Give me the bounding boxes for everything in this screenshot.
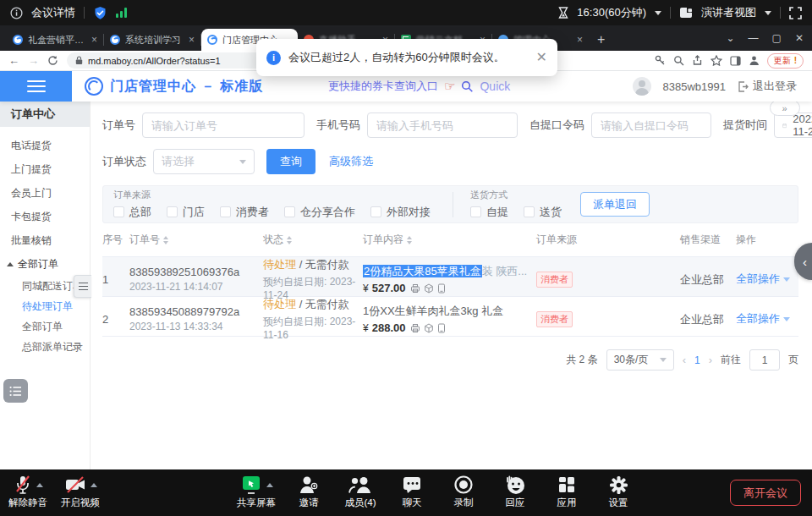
checkbox-source-store[interactable]: 门店 [167,205,205,220]
checkbox-delivery-ship[interactable]: 送货 [524,205,562,220]
tab-close-icon[interactable]: × [577,35,583,45]
reload-icon[interactable] [47,55,58,66]
sidebar-subitem-pending-orders[interactable]: 待处理订单 [0,296,90,316]
sidebar-item-batch-verify[interactable]: 批量核销 [0,228,90,252]
table-row[interactable]: 1 83859389251069376a 2023-11-21 14:14:07… [102,257,798,297]
phone-input[interactable] [367,113,518,138]
sort-icon[interactable] [287,236,292,244]
view-mode-label[interactable]: 演讲者视图 [701,5,756,20]
phone-icon[interactable] [437,323,446,333]
sidebar-group-all-orders[interactable]: 全部订单 [0,252,90,276]
phone-icon[interactable] [437,283,446,294]
fullscreen-icon[interactable] [789,7,802,19]
sidebar-item-member-visit[interactable]: 会员上门 [0,181,90,205]
record-button[interactable]: 录制 [445,475,482,509]
sidebar-item-door-pickup[interactable]: 上门提货 [0,157,90,181]
menu-toggle-button[interactable] [0,71,72,102]
sort-icon[interactable] [163,236,168,244]
print-icon[interactable] [410,323,420,333]
new-tab-button[interactable]: + [597,32,605,47]
side-panel-icon[interactable] [730,56,741,66]
browser-tab-1[interactable]: 礼盒营销平台管理中心 × [7,29,103,51]
checkbox-source-warehouse-share[interactable]: 仓分享合作 [284,205,355,220]
info-icon[interactable] [10,7,23,19]
quick-label[interactable]: Quick [480,80,510,93]
page-size-select[interactable]: 30条/页 [606,349,674,371]
collapse-filters-button[interactable]: » [770,100,800,116]
window-maximize-icon[interactable]: ▢ [772,32,782,44]
bookmark-star-icon[interactable] [710,55,722,66]
search-button[interactable]: 查询 [266,149,315,174]
table-row[interactable]: 2 83859345088979792a 2023-11-13 14:33:34… [102,297,798,337]
checkbox-source-hq[interactable]: 总部 [113,205,151,220]
print-icon[interactable] [410,283,420,294]
next-page-icon[interactable]: › [709,354,712,366]
pickup-date-range[interactable]: 2022-11-21 - 结束日期 [774,113,812,138]
tab-search-icon[interactable]: ⌄ [727,32,735,44]
mic-options-caret[interactable] [36,483,43,487]
tab-close-icon[interactable]: × [91,35,97,45]
view-dropdown-icon[interactable] [765,11,771,15]
network-signal-icon[interactable] [116,8,127,18]
user-avatar[interactable] [633,77,651,96]
start-video-button[interactable]: 开启视频 [61,475,100,509]
browser-update-button[interactable]: 更新! [767,53,804,69]
goto-page-input[interactable] [749,349,780,371]
lock-icon[interactable] [75,56,83,65]
password-key-icon[interactable] [655,55,666,66]
sidebar-subitem-hq-dispatch-log[interactable]: 总部派单记录 [0,337,90,357]
current-page[interactable]: 1 [694,354,700,366]
window-close-icon[interactable]: ✕ [795,32,804,44]
meeting-detail-label[interactable]: 会议详情 [31,5,75,20]
checkbox-source-consumer[interactable]: 消费者 [220,205,269,220]
col-content[interactable]: 订单内容 [363,233,536,247]
all-actions-dropdown[interactable]: 全部操作 [736,272,798,287]
sidebar-drag-handle[interactable] [74,275,91,298]
sidebar-item-phone-pickup[interactable]: 电话提货 [0,134,90,157]
col-order-no[interactable]: 订单号 [129,233,263,247]
logout-button[interactable]: 退出登录 [738,79,797,94]
tab-close-icon[interactable]: × [189,35,195,45]
invite-button[interactable]: 邀请 [290,475,327,509]
timer-dropdown-icon[interactable] [655,11,661,15]
share-screen-button[interactable]: 共享屏幕 [237,475,276,509]
apps-button[interactable]: 应用 [548,475,585,509]
toast-close-icon[interactable]: ✕ [536,51,547,64]
leave-meeting-button[interactable]: 离开会议 [730,480,801,506]
col-status[interactable]: 状态 [263,233,363,247]
browser-tab-2[interactable]: 系统培训学习 × [104,29,200,51]
quick-search-icon[interactable] [461,80,474,93]
profile-icon[interactable] [749,55,760,66]
share-options-caret[interactable] [266,483,273,487]
advanced-filter-link[interactable]: 高级筛选 [329,154,373,169]
sort-icon[interactable] [407,236,412,244]
window-minimize-icon[interactable]: — [749,32,759,44]
settings-button[interactable]: 设置 [600,475,637,509]
checkbox-delivery-selfpickup[interactable]: 自提 [470,205,508,220]
floating-list-button[interactable] [3,379,28,403]
shield-check-icon[interactable] [93,6,107,20]
unmute-button[interactable]: 解除静音 [8,475,47,509]
coupon-query-link[interactable]: 更快捷的券卡查询入口 [328,79,438,94]
sidebar-subitem-all-orders[interactable]: 全部订单 [0,316,90,337]
order-status-select[interactable]: 请选择 [153,149,255,174]
sidebar-item-card-pickup[interactable]: 卡包提货 [0,205,90,228]
members-button[interactable]: 成员(4) [342,475,379,509]
prev-page-icon[interactable]: ‹ [683,354,686,366]
checkbox-source-external[interactable]: 外部对接 [370,205,431,220]
chat-button[interactable]: 聊天 [393,475,431,509]
video-options-caret[interactable] [91,483,97,487]
back-icon[interactable]: ← [8,55,19,66]
dispatch-return-button[interactable]: 派单退回 [580,192,650,217]
layout-view-icon[interactable] [679,7,693,19]
zoom-search-icon[interactable] [673,55,684,66]
reactions-button[interactable]: 回应 [497,475,534,509]
package-icon[interactable] [424,283,434,294]
sidebar-section-order-center[interactable]: 订单中心 [0,102,90,127]
pickup-code-input[interactable] [591,113,711,138]
forward-icon[interactable]: → [28,55,39,66]
date-start-value[interactable]: 2022-11-21 [793,113,812,138]
all-actions-dropdown[interactable]: 全部操作 [736,311,798,327]
order-no-input[interactable] [142,113,304,138]
package-icon[interactable] [424,323,434,333]
